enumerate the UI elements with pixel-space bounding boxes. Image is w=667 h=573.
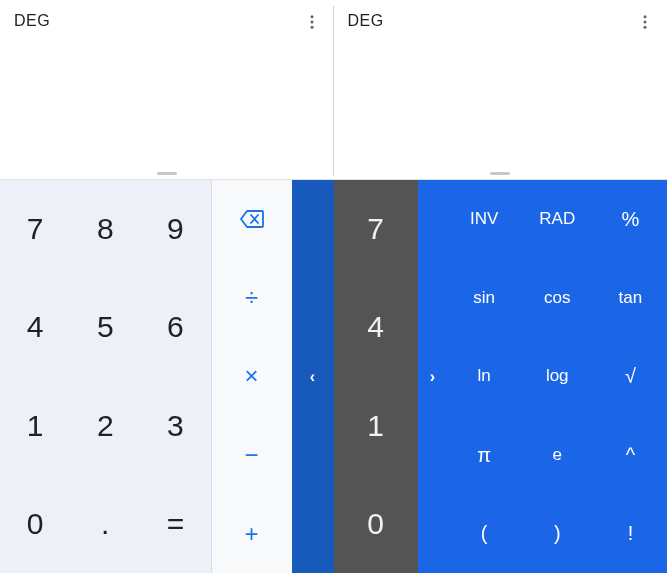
- decimal-point[interactable]: .: [70, 475, 140, 573]
- display-area: DEG: [0, 0, 334, 180]
- calculator-pane-basic: DEG 7 8 9 4 5 6 1 2 3 0 . =: [0, 0, 334, 573]
- factorial-button[interactable]: !: [594, 494, 667, 573]
- rad-button[interactable]: RAD: [521, 180, 594, 259]
- digit-1[interactable]: 1: [334, 377, 418, 475]
- digit-8[interactable]: 8: [70, 180, 140, 278]
- percent-button[interactable]: %: [594, 180, 667, 259]
- angle-mode-label[interactable]: DEG: [348, 12, 384, 30]
- more-menu-button[interactable]: [300, 10, 324, 34]
- keypad-advanced: 7 4 1 0 › INV RAD % sin cos tan ln log √…: [334, 180, 668, 573]
- svg-point-5: [644, 26, 647, 29]
- advanced-panel-handle[interactable]: ›: [418, 180, 448, 573]
- svg-point-4: [644, 21, 647, 24]
- inv-button[interactable]: INV: [448, 180, 521, 259]
- digit-6[interactable]: 6: [140, 278, 210, 376]
- backspace-button[interactable]: [212, 180, 292, 259]
- svg-point-2: [310, 26, 313, 29]
- digit-5[interactable]: 5: [70, 278, 140, 376]
- chevron-right-icon: ›: [430, 368, 435, 386]
- digits-column-peek: 7 4 1 0: [334, 180, 418, 573]
- digit-0[interactable]: 0: [334, 475, 418, 573]
- e-button[interactable]: e: [521, 416, 594, 495]
- drag-handle[interactable]: [490, 172, 510, 175]
- more-menu-button[interactable]: [633, 10, 657, 34]
- sin-button[interactable]: sin: [448, 259, 521, 338]
- lparen-button[interactable]: (: [448, 494, 521, 573]
- operators-column: ÷ × − +: [212, 180, 292, 573]
- digit-1[interactable]: 1: [0, 377, 70, 475]
- rparen-button[interactable]: ): [521, 494, 594, 573]
- digit-7[interactable]: 7: [0, 180, 70, 278]
- keypad-basic: 7 8 9 4 5 6 1 2 3 0 . = ÷ × − +: [0, 180, 334, 573]
- digit-9[interactable]: 9: [140, 180, 210, 278]
- backspace-icon: [240, 209, 264, 229]
- digit-4[interactable]: 4: [0, 278, 70, 376]
- svg-point-1: [310, 21, 313, 24]
- drag-handle[interactable]: [157, 172, 177, 175]
- more-vert-icon: [303, 13, 321, 31]
- chevron-left-icon: ‹: [310, 368, 315, 386]
- svg-point-0: [310, 15, 313, 18]
- pane-divider: [333, 6, 334, 176]
- calculator-pane-advanced: DEG 7 4 1 0 › INV RAD % sin cos tan ln l…: [334, 0, 668, 573]
- digit-2[interactable]: 2: [70, 377, 140, 475]
- advanced-panel-peek[interactable]: ‹: [292, 180, 334, 573]
- pi-button[interactable]: π: [448, 416, 521, 495]
- log-button[interactable]: log: [521, 337, 594, 416]
- digit-4[interactable]: 4: [334, 278, 418, 376]
- svg-point-3: [644, 15, 647, 18]
- digits-grid: 7 8 9 4 5 6 1 2 3 0 . =: [0, 180, 212, 573]
- digit-3[interactable]: 3: [140, 377, 210, 475]
- sqrt-button[interactable]: √: [594, 337, 667, 416]
- divide-button[interactable]: ÷: [212, 259, 292, 338]
- tan-button[interactable]: tan: [594, 259, 667, 338]
- advanced-functions-grid: INV RAD % sin cos tan ln log √ π e ^ ( )…: [448, 180, 668, 573]
- plus-button[interactable]: +: [212, 494, 292, 573]
- cos-button[interactable]: cos: [521, 259, 594, 338]
- digit-0[interactable]: 0: [0, 475, 70, 573]
- more-vert-icon: [636, 13, 654, 31]
- ln-button[interactable]: ln: [448, 337, 521, 416]
- digit-7[interactable]: 7: [334, 180, 418, 278]
- minus-button[interactable]: −: [212, 416, 292, 495]
- angle-mode-label[interactable]: DEG: [14, 12, 50, 30]
- multiply-button[interactable]: ×: [212, 337, 292, 416]
- equals-button[interactable]: =: [140, 475, 210, 573]
- power-button[interactable]: ^: [594, 416, 667, 495]
- display-area: DEG: [334, 0, 668, 180]
